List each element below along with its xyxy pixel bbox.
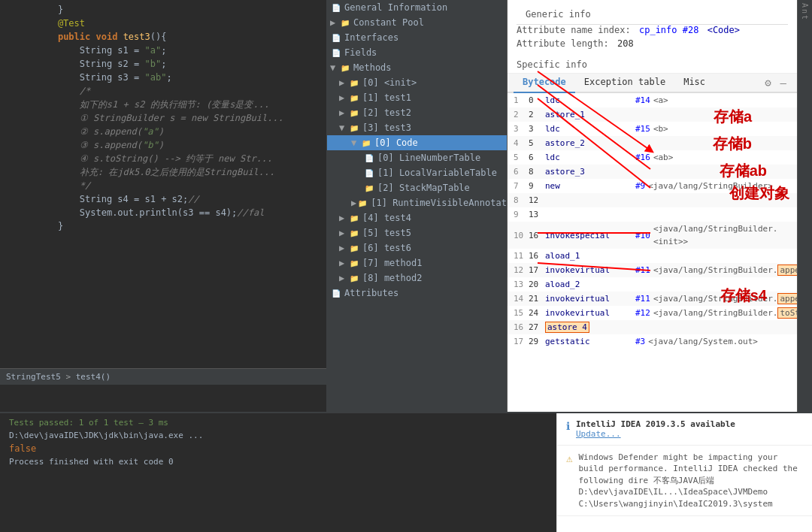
attr-len-value: 208 xyxy=(617,38,634,49)
bc-row: 16 27 astore 4 xyxy=(508,320,797,334)
tree-item-code[interactable]: ▼ 📁 [0] Code xyxy=(327,135,507,150)
tab-bytecode[interactable]: Bytecode xyxy=(514,74,575,93)
arrow-icon: ▶ xyxy=(339,77,348,88)
tab-exception[interactable]: Exception table xyxy=(575,74,674,93)
tree-item-fields[interactable]: 📄 Fields xyxy=(327,45,507,60)
arrow-icon: ▶ xyxy=(339,107,348,118)
attr-len-label: Attribute length: xyxy=(517,38,609,49)
tabs-bar: Bytecode Exception table Misc ⚙ — xyxy=(508,74,797,93)
arrow-icon: ▶ xyxy=(339,273,348,283)
folder-icon: 📁 xyxy=(360,137,372,149)
breadcrumb-class: StringTest5 xyxy=(6,372,61,382)
tree-label: [3] test3 xyxy=(362,122,411,133)
run-output: Tests passed: 1 of 1 test – 3 ms D:\dev\… xyxy=(0,413,556,532)
tree-item-methods[interactable]: ▼ 📁 Methods xyxy=(327,60,507,75)
tree-label: [5] test5 xyxy=(362,228,411,238)
settings-icon[interactable]: ⚙ xyxy=(760,74,775,92)
tree-item-linenumber[interactable]: 📄 [0] LineNumberTable xyxy=(327,150,507,165)
folder-icon: 📁 xyxy=(348,92,360,104)
tree-label: [7] method1 xyxy=(362,258,422,268)
tree-label: [2] StackMapTable xyxy=(377,183,470,193)
arrow-icon: ▼ xyxy=(330,62,339,73)
close-icon[interactable]: — xyxy=(776,74,791,92)
folder-icon: 📁 xyxy=(348,227,360,239)
bc-row: 11 16 aload_1 xyxy=(508,249,797,263)
notification-defender: ⚠ Windows Defender might be impacting yo… xyxy=(557,446,812,516)
bc-row: 7 9 new #9 <java/lang/StringBuilder> xyxy=(508,179,797,193)
tree-item-test6[interactable]: ▶ 📁 [6] test6 xyxy=(327,240,507,255)
tree-item-test1[interactable]: ▶ 📁 [1] test1 xyxy=(327,90,507,105)
tree-item-attributes[interactable]: 📄 Attributes xyxy=(327,286,507,301)
folder-icon: 📁 xyxy=(348,242,360,254)
folder-icon: 📄 xyxy=(330,32,342,44)
tree-label: [0] Code xyxy=(374,138,418,148)
code-line: ① StringBuilder s = new StringBuil... xyxy=(0,111,326,125)
code-line: /* xyxy=(0,84,326,98)
tree-item-localvar[interactable]: 📄 [1] LocalVariableTable xyxy=(327,165,507,180)
arrow-icon: ▶ xyxy=(330,17,339,28)
attr-name-label: Attribute name index: xyxy=(517,25,631,35)
code-line: System.out.println(s3 == s4);//fal xyxy=(0,206,326,219)
code-line: String s4 = s1 + s2;// xyxy=(0,192,326,206)
tree-item-test5[interactable]: ▶ 📁 [5] test5 xyxy=(327,225,507,240)
tree-label: [4] test4 xyxy=(362,213,411,223)
bc-row: 1 0 ldc #14 <a> xyxy=(508,93,797,107)
tree-item-constpool[interactable]: ▶ 📁 Constant Pool xyxy=(327,15,507,30)
warn-icon: ⚠ xyxy=(566,452,572,464)
code-line: String s1 = "a"; xyxy=(0,44,326,57)
tree-label: [1] LocalVariableTable xyxy=(377,168,497,178)
code-line: @Test xyxy=(0,17,326,30)
info-section: Generic info Attribute name index: cp_in… xyxy=(508,0,797,56)
tree-item-test4[interactable]: ▶ 📁 [4] test4 xyxy=(327,210,507,225)
code-line: 补充: 在jdk5.0之后使用的是StringBuil... xyxy=(0,165,326,179)
gutter-label: Ant xyxy=(801,3,809,21)
bc-row: 5 6 ldc #16 <ab> xyxy=(508,150,797,165)
code-line: */ xyxy=(0,179,326,192)
code-line: String s2 = "b"; xyxy=(0,57,326,71)
code-panel: } @Test public void test3(){ String s1 =… xyxy=(0,0,327,412)
arrow-icon: ▶ xyxy=(339,92,348,103)
attr-name-value: cp_info #28 xyxy=(639,25,698,35)
arrow-icon: ▼ xyxy=(339,122,348,133)
code-content: } @Test public void test3(){ String s1 =… xyxy=(0,0,326,368)
tree-item-stackmap[interactable]: 📁 [2] StackMapTable xyxy=(327,180,507,195)
tree-label: [0] <init> xyxy=(362,77,417,88)
bc-row: 4 5 astore_2 xyxy=(508,136,797,150)
arrow-icon: ▼ xyxy=(351,138,360,148)
tree-panel: 📄 General Information ▶ 📁 Constant Pool … xyxy=(327,0,508,412)
tree-label: [0] LineNumberTable xyxy=(377,153,480,163)
tree-item-method1[interactable]: ▶ 📁 [7] method1 xyxy=(327,255,507,271)
breadcrumb-method: test4() xyxy=(76,372,111,382)
notifications-panel: ℹ IntelliJ IDEA 2019.3.5 available Updat… xyxy=(556,413,812,532)
folder-icon: 📁 xyxy=(339,62,351,74)
bc-row: 12 17 invokevirtual #11 <java/lang/Strin… xyxy=(508,263,797,277)
tree-label: Methods xyxy=(353,62,392,73)
tree-label: [2] test2 xyxy=(362,107,411,118)
info-icon: ℹ xyxy=(566,420,570,432)
attr-name-row: Attribute name index: cp_info #28 <Code> xyxy=(517,25,788,35)
notif-body: Windows Defender might be impacting your… xyxy=(578,452,803,509)
tree-item-init[interactable]: ▶ 📁 [0] <init> xyxy=(327,75,507,90)
right-gutter: Ant xyxy=(797,0,812,412)
breadcrumb: StringTest5 > test4() xyxy=(0,368,326,385)
folder-icon: 📄 xyxy=(330,2,342,14)
tree-item-interfaces[interactable]: 📄 Interfaces xyxy=(327,30,507,45)
tree-item-general[interactable]: 📄 General Information xyxy=(327,0,507,15)
code-line: public void test3(){ xyxy=(0,30,326,44)
code-line: ② s.append("a") xyxy=(0,125,326,138)
code-line: ③ s.append("b") xyxy=(0,138,326,152)
code-line: String s3 = "ab"; xyxy=(0,71,326,84)
tree-label: [1] RuntimeVisibleAnnotatio... xyxy=(371,198,508,208)
tree-item-test2[interactable]: ▶ 📁 [2] test2 xyxy=(327,105,507,120)
arrow-icon: ▶ xyxy=(339,228,348,238)
update-link[interactable]: Update... xyxy=(576,429,621,439)
notification-intellij: ℹ IntelliJ IDEA 2019.3.5 available Updat… xyxy=(557,413,812,446)
run-finish: Process finished with exit code 0 xyxy=(9,457,547,467)
tree-item-method2[interactable]: ▶ 📁 [8] method2 xyxy=(327,271,507,286)
tab-misc[interactable]: Misc xyxy=(674,74,714,93)
tree-item-runtimevis[interactable]: ▶ 📁 [1] RuntimeVisibleAnnotatio... xyxy=(327,195,507,210)
arrow-icon: ▶ xyxy=(339,243,348,253)
tree-item-test3[interactable]: ▼ 📁 [3] test3 xyxy=(327,120,507,135)
tree-label: Attributes xyxy=(344,288,398,298)
folder-icon: 📁 xyxy=(348,272,360,284)
